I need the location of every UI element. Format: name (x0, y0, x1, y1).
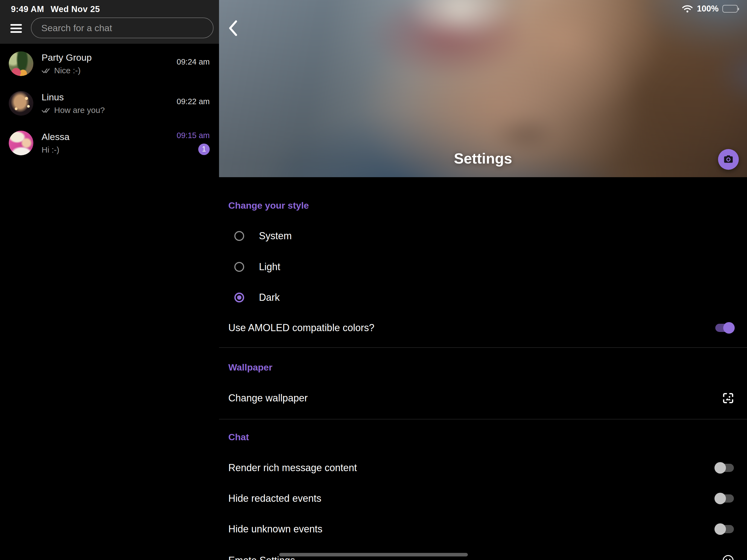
app-screen: 9:49 AMWed Nov 25 Party Group Nice :- (0, 0, 747, 560)
chat-preview-row: How are you? (42, 105, 177, 115)
chat-meta: 09:24 am (177, 57, 210, 70)
chat-meta: 09:22 am (177, 97, 210, 110)
chat-preview-row: Hi :-) (42, 145, 177, 154)
divider (219, 347, 747, 348)
chat-last-message: How are you? (54, 105, 105, 115)
chat-time: 09:24 am (177, 57, 210, 67)
chat-time: 09:15 am (177, 131, 210, 140)
status-bar-left: 9:49 AMWed Nov 25 (11, 4, 100, 14)
search-input[interactable] (31, 18, 213, 38)
settings-header: Settings (219, 0, 747, 177)
sidebar-header: 9:49 AMWed Nov 25 (0, 0, 219, 44)
unread-count-badge: 1 (198, 144, 210, 155)
chat-name: Party Group (42, 52, 177, 63)
wifi-icon (681, 4, 693, 13)
chat-meta: 09:15 am 1 (177, 131, 210, 155)
chat-list-sidebar: 9:49 AMWed Nov 25 Party Group Nice :- (0, 0, 219, 560)
radio-row-dark[interactable]: Dark (228, 286, 735, 308)
chat-last-message: Hi :-) (42, 145, 59, 154)
row-label: Render rich message content (228, 462, 357, 474)
avatar (9, 51, 33, 76)
status-time: 9:49 AM (11, 4, 44, 14)
battery-percent: 100% (697, 4, 719, 14)
done-all-icon (42, 107, 51, 114)
avatar (9, 131, 33, 155)
row-label: Change wallpaper (228, 392, 308, 404)
render-rich-content-toggle[interactable] (715, 464, 734, 472)
section-heading-wallpaper: Wallpaper (228, 359, 272, 376)
chat-name: Alessa (42, 131, 177, 142)
hide-redacted-events-toggle[interactable] (715, 494, 734, 503)
chat-item-linus[interactable]: Linus How are you? 09:22 am (0, 83, 219, 123)
hide-redacted-events-row[interactable]: Hide redacted events (228, 487, 735, 509)
done-all-icon (42, 67, 51, 74)
section-heading-chat: Chat (228, 429, 249, 445)
chat-time: 09:22 am (177, 97, 210, 106)
camera-icon (723, 154, 734, 165)
chevron-left-icon (227, 20, 239, 36)
row-label: Hide redacted events (228, 493, 321, 504)
avatar (9, 91, 33, 116)
amoled-toggle[interactable] (715, 324, 734, 332)
chat-item-alessa[interactable]: Alessa Hi :-) 09:15 am 1 (0, 123, 219, 163)
settings-panel: Settings Change your style System Light … (219, 0, 747, 560)
radio-label: Dark (259, 292, 280, 303)
back-button[interactable] (225, 19, 242, 38)
hide-unknown-events-row[interactable]: Hide unknown events (228, 518, 735, 540)
radio-button-light[interactable] (234, 262, 244, 272)
radio-row-system[interactable]: System (228, 225, 735, 247)
change-wallpaper-row[interactable]: Change wallpaper (228, 387, 735, 409)
battery-full-icon (722, 5, 738, 12)
home-indicator[interactable] (279, 553, 468, 556)
change-avatar-button[interactable] (718, 149, 739, 170)
chat-preview-row: Nice :-) (42, 66, 177, 75)
radio-row-light[interactable]: Light (228, 256, 735, 278)
chat-name: Linus (42, 92, 177, 103)
amoled-toggle-row[interactable]: Use AMOLED compatible colors? (228, 317, 735, 339)
chat-item-body: Alessa Hi :-) (42, 131, 177, 154)
render-rich-content-row[interactable]: Render rich message content (228, 457, 735, 479)
status-bar-right: 100% (681, 4, 738, 14)
chat-last-message: Nice :-) (54, 66, 81, 75)
chat-item-body: Party Group Nice :-) (42, 52, 177, 75)
chat-list: Party Group Nice :-) 09:24 am (0, 44, 219, 560)
hamburger-menu-icon (10, 24, 22, 33)
radio-button-system[interactable] (234, 231, 244, 241)
page-title: Settings (219, 150, 747, 167)
status-date: Wed Nov 25 (51, 4, 100, 14)
radio-label: System (259, 230, 292, 242)
section-heading-style: Change your style (228, 197, 309, 213)
smiley-icon (722, 554, 735, 560)
divider (219, 419, 747, 419)
chat-item-party-group[interactable]: Party Group Nice :-) 09:24 am (0, 44, 219, 83)
menu-button[interactable] (8, 23, 24, 34)
row-label: Use AMOLED compatible colors? (228, 322, 374, 334)
image-icon (722, 392, 735, 404)
radio-label: Light (259, 261, 280, 273)
chat-item-body: Linus How are you? (42, 92, 177, 115)
row-label: Hide unknown events (228, 524, 323, 535)
radio-button-dark[interactable] (234, 292, 244, 302)
hide-unknown-events-toggle[interactable] (715, 525, 734, 533)
